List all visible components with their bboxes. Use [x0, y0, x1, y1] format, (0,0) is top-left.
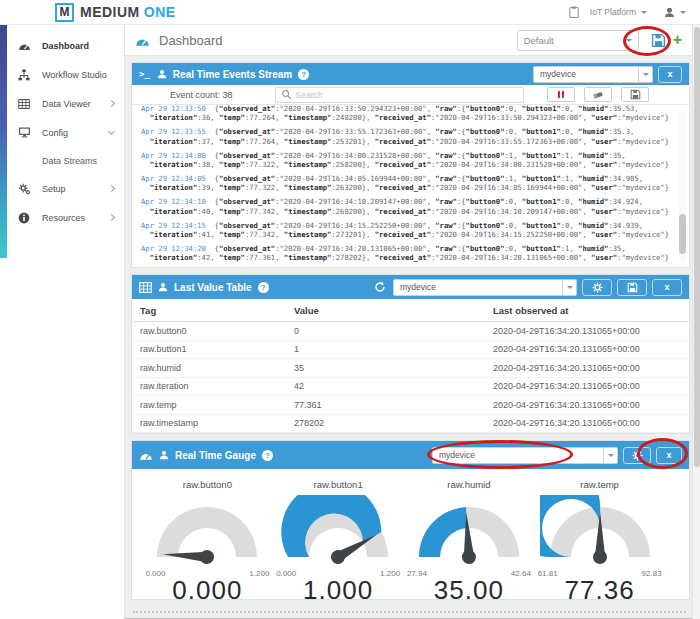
brand-one-text: ONE	[144, 4, 176, 20]
event-log-entry: Apr 29 12:34:10 {"observed_at":"2020-04-…	[141, 197, 684, 216]
events-panel-title: Real Time Events Stream	[173, 69, 292, 80]
log-scrollbar[interactable]	[679, 109, 686, 263]
gauge-raw-button1: raw.button10.0001.2001.000	[273, 475, 403, 606]
sidebar-item-config[interactable]: Config	[0, 118, 124, 147]
sidebar-item-label: Data Streams	[42, 156, 114, 166]
user-caret-icon[interactable]	[680, 11, 686, 17]
clear-events-button[interactable]	[584, 87, 612, 102]
page-title: Dashboard	[159, 33, 223, 48]
gauge-label: raw.button0	[142, 479, 272, 490]
close-panel-button[interactable]: x	[652, 279, 682, 296]
gauge-min-label: 0.000	[276, 569, 296, 578]
dashboard-icon	[17, 40, 31, 51]
real-time-gauge-panel: Real Time Gauge ? x raw.button00.0001.20…	[131, 440, 690, 600]
event-log-entry: Apr 29 12:34:15 {"observed_at":"2020-04-…	[141, 221, 684, 240]
gauge-min-label: 61.81	[538, 569, 558, 578]
help-icon[interactable]: ?	[258, 282, 269, 293]
dashboard-select-caret-icon	[626, 39, 632, 45]
device-input[interactable]	[393, 279, 563, 296]
table-row: raw.timestamp2782022020-04-29T16:34:20.1…	[132, 415, 689, 434]
config-icon	[17, 127, 31, 138]
gauge-raw-temp: raw.temp61.8192.8377.36	[535, 475, 665, 606]
user-icon	[159, 450, 169, 460]
search-input[interactable]	[296, 90, 518, 100]
table-column-headers: Tag Value Last observed at	[132, 299, 689, 322]
events-toolbar: Event count: 38	[132, 85, 689, 105]
dashboard-select-value: Default	[524, 35, 626, 46]
user-icon	[158, 282, 168, 292]
gauge-label: raw.humid	[404, 479, 534, 490]
gauge-value: 0.000	[142, 575, 272, 606]
brand-logo[interactable]: M MEDIUM ONE	[55, 3, 176, 22]
add-dashboard-button[interactable]: +	[673, 32, 682, 48]
chevron-right-icon	[108, 185, 115, 192]
top-bar: M MEDIUM ONE IoT Platform	[0, 0, 700, 25]
gauge-max-label: 42.64	[511, 569, 531, 578]
close-panel-button[interactable]: x	[656, 447, 682, 464]
sidebar-item-dashboard[interactable]: Dashboard	[0, 31, 124, 60]
gauge-label: raw.temp	[535, 479, 665, 490]
search-icon	[281, 89, 292, 100]
last-value-table-panel: Last Value Table ? x Tag Value Last obse…	[131, 274, 690, 434]
column-header-last-observed: Last observed at	[493, 305, 681, 316]
sidebar-item-data-streams[interactable]: Data Streams	[0, 147, 124, 174]
brand-medium-text: MEDIUM	[80, 4, 140, 20]
gauge-panel-header: Real Time Gauge ? x	[132, 441, 689, 469]
sidebar-item-label: Config	[42, 128, 109, 138]
event-log-entry: Apr 29 12:34:05 {"observed_at":"2020-04-…	[141, 174, 684, 193]
gauge-max-label: 92.83	[642, 569, 662, 578]
gauge-value: 35.00	[404, 575, 534, 606]
device-select-caret[interactable]	[639, 66, 653, 83]
export-events-button[interactable]	[621, 87, 649, 102]
gauge-dial	[540, 495, 660, 565]
sidebar-item-workflow-studio[interactable]: Workflow Studio	[0, 60, 124, 89]
setup-icon	[17, 183, 31, 195]
page-scrollbar-thumb[interactable]	[694, 27, 700, 467]
dashboard-select[interactable]: Default	[517, 30, 639, 51]
resize-divider	[133, 611, 686, 613]
workflow-icon	[17, 69, 31, 81]
gauge-dial	[278, 495, 398, 565]
event-log-entry: Apr 29 12:33:55 {"observed_at":"2020-04-…	[141, 127, 684, 146]
table-row: raw.button112020-04-29T16:34:20.131065+0…	[132, 341, 689, 360]
help-icon[interactable]: ?	[262, 450, 273, 461]
sidebar-item-setup[interactable]: Setup	[0, 174, 124, 203]
gauge-label: raw.button1	[273, 479, 403, 490]
page-scrollbar[interactable]	[692, 25, 700, 619]
sidebar-item-label: Resources	[42, 213, 109, 223]
platform-menu-label[interactable]: IoT Platform	[590, 7, 636, 17]
table-icon	[139, 282, 152, 293]
sidebar-item-data-viewer[interactable]: Data Viewer	[0, 89, 124, 118]
event-log-entry: Apr 29 12:34:20 {"observed_at":"2020-04-…	[141, 244, 684, 263]
column-header-tag: Tag	[140, 305, 294, 316]
help-icon[interactable]: ?	[298, 69, 309, 80]
gauge-icon	[139, 449, 153, 461]
sidebar-accent-strip	[0, 25, 7, 258]
device-input[interactable]	[533, 66, 639, 83]
settings-button[interactable]	[582, 279, 612, 296]
user-icon[interactable]	[664, 7, 675, 18]
platform-caret-icon[interactable]	[641, 11, 647, 17]
log-scrollbar-thumb[interactable]	[679, 214, 686, 254]
gauge-value: 77.36	[535, 575, 665, 606]
device-select-caret[interactable]	[563, 279, 577, 296]
search-box[interactable]	[275, 87, 524, 103]
device-select-caret[interactable]	[604, 447, 618, 464]
sidebar: DashboardWorkflow StudioData ViewerConfi…	[0, 25, 125, 619]
close-panel-button[interactable]: x	[658, 66, 682, 83]
export-table-button[interactable]	[617, 279, 647, 296]
device-input[interactable]	[432, 447, 604, 464]
gauge-value: 1.000	[273, 575, 403, 606]
resources-icon	[17, 212, 31, 224]
table-row: raw.button002020-04-29T16:34:20.131065+0…	[132, 322, 689, 341]
dataviewer-icon	[17, 99, 31, 109]
settings-button[interactable]	[623, 447, 651, 464]
save-dashboard-button[interactable]	[651, 33, 666, 48]
sidebar-item-label: Data Viewer	[42, 99, 109, 109]
table-panel-header: Last Value Table ? x	[132, 275, 689, 299]
event-log[interactable]: Apr 29 12:33:50 {"observed_at":"2020-04-…	[132, 105, 689, 267]
pause-button[interactable]	[547, 87, 575, 102]
refresh-icon[interactable]	[374, 281, 386, 293]
sidebar-item-resources[interactable]: Resources	[0, 203, 124, 232]
sidebar-item-label: Workflow Studio	[42, 70, 114, 80]
